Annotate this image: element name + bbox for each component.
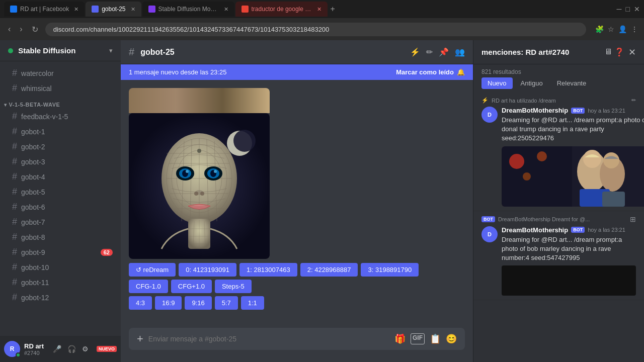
mention-item-1: ⚡ RD art ha utilizado /dream ✏ D DreamBo…: [473, 93, 644, 211]
tab-discord-close[interactable]: ✕: [131, 6, 135, 13]
banner-action-text: Marcar como leído: [396, 68, 454, 76]
channel-name: gobot-8: [21, 233, 45, 241]
refresh-button[interactable]: ↻: [30, 23, 40, 36]
browser-chrome: RD art | Facebook ✕ gobot-25 ✕ Stable Di…: [0, 0, 644, 40]
seed1-button[interactable]: 1: 2813007463: [239, 263, 297, 277]
svg-point-42: [603, 152, 619, 168]
google-favicon: [242, 6, 249, 13]
profile-icon[interactable]: 👤: [618, 25, 627, 33]
tab-facebook-close[interactable]: ✕: [74, 6, 78, 13]
sticker-icon[interactable]: 📋: [430, 333, 441, 344]
new-message-banner[interactable]: 1 mensaje nuevo desde las 23:25 Marcar c…: [121, 64, 473, 80]
channel-item-gobot6[interactable]: # gobot-6: [4, 200, 117, 214]
tab-facebook[interactable]: RD art | Facebook ✕: [4, 2, 85, 17]
minimize-btn[interactable]: ─: [617, 5, 622, 13]
tab-sd-close[interactable]: ✕: [224, 6, 228, 13]
user-controls: 🎤 🎧 ⚙: [51, 343, 91, 355]
forward-button[interactable]: ›: [18, 23, 24, 36]
tab-sd[interactable]: Stable Diffusion Modifier Studie... ✕: [142, 2, 234, 17]
expand-icon[interactable]: ⊞: [630, 215, 636, 223]
filter-tab-relevante[interactable]: Relevante: [551, 77, 593, 89]
trump-thumb: [502, 146, 644, 207]
svg-point-27: [200, 192, 204, 196]
cfg-minus-button[interactable]: CFG-1.0: [129, 280, 168, 293]
channel-item-feedback[interactable]: # feedback-v-1-5: [4, 109, 117, 124]
maximize-btn[interactable]: □: [626, 5, 630, 13]
channel-item-gobot11[interactable]: # gobot-11: [4, 275, 117, 290]
new-tab-button[interactable]: +: [331, 5, 335, 14]
discord-app: Stable Diffusion ▾ # watercolor # whimsi…: [0, 40, 644, 362]
channel-item-gobot12[interactable]: # gobot-12: [4, 290, 117, 305]
filter-tab-nuevo[interactable]: Nuevo: [481, 77, 513, 89]
seed2-button[interactable]: 2: 4228968887: [300, 263, 358, 277]
url-input[interactable]: discord.com/channels/1002292111942635562…: [45, 23, 586, 36]
channel-name: gobot-1: [21, 128, 45, 136]
message-input[interactable]: [148, 335, 389, 343]
channel-item-gobot7[interactable]: # gobot-7: [4, 215, 117, 229]
cfg-plus-button[interactable]: CFG+1.0: [171, 280, 212, 293]
mention-body-1: DreamBotMothership BOT hoy a las 23:21 D…: [502, 107, 644, 207]
hash-icon: #: [12, 68, 17, 78]
mic-icon[interactable]: 🎤: [51, 343, 63, 355]
channel-item-watercolor[interactable]: # watercolor: [4, 66, 117, 80]
hash-icon: #: [12, 262, 17, 273]
channel-item-gobot2[interactable]: # gobot-2: [4, 139, 117, 154]
channel-item-gobot10[interactable]: # gobot-10: [4, 260, 117, 275]
tab-google[interactable]: traductor de google - Bús... ✕: [235, 2, 328, 17]
headphones-icon[interactable]: 🎧: [65, 343, 78, 355]
mentions-list: ⚡ RD art ha utilizado /dream ✏ D DreamBo…: [473, 93, 644, 362]
ratio-916-button[interactable]: 9:16: [185, 296, 211, 310]
channel-name: gobot-5: [21, 188, 45, 196]
close-btn[interactable]: ✕: [634, 5, 640, 13]
tab-bar: RD art | Facebook ✕ gobot-25 ✕ Stable Di…: [0, 0, 644, 18]
thread-icon[interactable]: ⚡: [410, 47, 420, 57]
seed0-button[interactable]: 0: 4123193091: [179, 263, 236, 277]
channel-item-gobot1[interactable]: # gobot-1: [4, 124, 117, 139]
tab-discord[interactable]: gobot-25 ✕: [86, 2, 141, 17]
filter-tab-antiguo[interactable]: Antiguo: [515, 77, 549, 89]
ratio-169-button[interactable]: 16:9: [155, 296, 182, 310]
bot-badge-2: BOT: [571, 227, 585, 233]
extensions-icon[interactable]: 🧩: [595, 25, 604, 33]
tab-google-close[interactable]: ✕: [317, 6, 321, 13]
ratio-11-button[interactable]: 1:1: [241, 296, 264, 310]
ratio-57-button[interactable]: 5:7: [215, 296, 238, 310]
chat-header-icons: ⚡ ✏ 📌 👥: [410, 47, 465, 57]
category-label: V-1-5-BETA-WAVE: [9, 102, 60, 108]
mentions-close-button[interactable]: ✕: [628, 47, 636, 58]
channel-item-whimsical[interactable]: # whimsical: [4, 81, 117, 96]
desktop-view-icon[interactable]: 🖥: [604, 47, 612, 57]
help-icon[interactable]: ❓: [614, 47, 624, 57]
emoji-icon[interactable]: 😊: [446, 333, 457, 344]
gif-icon[interactable]: GIF: [411, 333, 425, 344]
channel-item-gobot8[interactable]: # gobot-8: [4, 230, 117, 244]
steps-button[interactable]: Steps-5: [215, 280, 252, 293]
members-icon[interactable]: 👥: [455, 47, 465, 57]
channel-item-gobot4[interactable]: # gobot-4: [4, 169, 117, 184]
settings-icon[interactable]: ⚙: [80, 343, 91, 355]
action-buttons: ↺ reDream 0: 4123193091 1: 2813007463 2:…: [129, 263, 465, 277]
add-content-button[interactable]: +: [137, 332, 143, 345]
bookmark-icon[interactable]: ☆: [608, 25, 614, 33]
channel-item-gobot5[interactable]: # gobot-5: [4, 185, 117, 199]
redream-button[interactable]: ↺ reDream: [129, 263, 176, 277]
banner-text: 1 mensaje nuevo desde las 23:25: [129, 68, 226, 76]
banner-action[interactable]: Marcar como leído 🔔: [396, 68, 465, 76]
channel-item-gobot9[interactable]: # gobot-9 62: [4, 245, 117, 259]
back-button[interactable]: ‹: [6, 23, 13, 36]
category-v15[interactable]: ▾ V-1-5-BETA-WAVE: [0, 100, 121, 109]
edit-icon[interactable]: ✏: [426, 47, 433, 57]
menu-icon[interactable]: ⋮: [631, 25, 638, 33]
tab-facebook-label: RD art | Facebook: [20, 6, 69, 13]
server-header[interactable]: Stable Diffusion ▾: [0, 40, 121, 61]
pin-icon[interactable]: 📌: [439, 47, 449, 57]
edit-icon-mention[interactable]: ✏: [631, 97, 636, 104]
tab-discord-label: gobot-25: [102, 6, 125, 13]
svg-point-2: [233, 130, 256, 152]
discord-favicon: [92, 6, 99, 13]
seed3-button[interactable]: 3: 3198891790: [361, 263, 419, 277]
gift-icon[interactable]: 🎁: [394, 333, 406, 344]
channel-name: gobot-3: [21, 158, 45, 166]
ratio-43-button[interactable]: 4:3: [129, 296, 152, 310]
channel-item-gobot3[interactable]: # gobot-3: [4, 154, 117, 169]
